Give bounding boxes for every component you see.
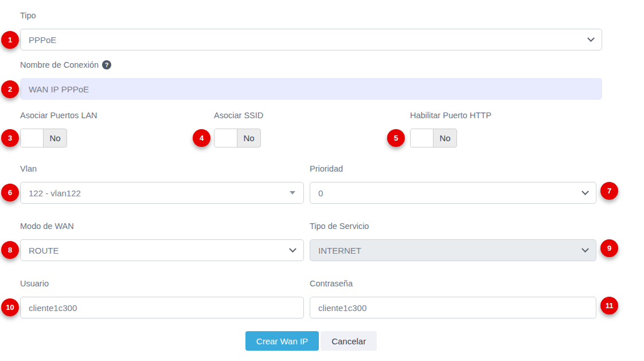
cancelar-button[interactable]: Cancelar [321,331,377,351]
annotation-badge-4: 4 [193,129,210,147]
tipo-select[interactable]: PPPoE [20,29,602,51]
contrasena-input[interactable] [310,297,596,319]
chevron-down-icon [581,245,589,253]
modo-servicio-row: Modo de WAN ROUTE Tipo de Servicio INTER… [20,221,602,261]
toggles-row: Asociar Puertos LAN No Asociar SSID No H… [20,110,602,147]
prioridad-select[interactable]: 0 [310,182,596,204]
asociar-ssid-toggle[interactable]: No [214,129,261,147]
field-contrasena: Contraseña [310,278,596,319]
toggle-knob [214,129,237,147]
chevron-down-icon [581,188,589,195]
wan-create-form-page: Tipo PPPoE Nombre de Conexión ? Asociar … [0,0,644,361]
field-modo-wan: Modo de WAN ROUTE [20,221,304,261]
toggle-off-label: No [434,129,456,147]
nombre-conexion-label: Nombre de Conexión ? [20,60,602,70]
field-prioridad: Prioridad 0 [310,164,596,204]
field-asociar-puertos-lan: Asociar Puertos LAN No [20,110,214,147]
field-tipo-servicio: Tipo de Servicio INTERNET [310,221,596,261]
annotation-badge-5: 5 [387,129,405,147]
field-nombre-conexion: Nombre de Conexión ? [20,60,602,100]
prioridad-selected-value: 0 [318,188,323,198]
field-asociar-ssid: Asociar SSID No [214,110,410,147]
field-habilitar-puerto-http: Habilitar Puerto HTTP No [410,110,602,147]
nombre-conexion-input[interactable] [20,78,602,100]
usuario-input[interactable] [20,297,304,319]
tipo-servicio-label: Tipo de Servicio [310,221,596,231]
form-content: Tipo PPPoE Nombre de Conexión ? Asociar … [20,0,602,351]
question-circle-icon[interactable]: ? [102,60,111,69]
tipo-selected-value: PPPoE [29,35,56,45]
asociar-puertos-lan-label: Asociar Puertos LAN [20,110,214,121]
credentials-row: Usuario Contraseña [20,278,602,319]
annotation-badge-7: 7 [600,182,618,200]
tipo-servicio-select: INTERNET [310,239,596,261]
tipo-label: Tipo [20,10,602,21]
toggle-knob [21,129,44,147]
toggle-knob [411,129,434,147]
contrasena-label: Contraseña [310,278,596,289]
vlan-selected-value: 122 - vlan122 [29,188,81,198]
usuario-label: Usuario [20,278,304,289]
form-actions: Crear Wan IP Cancelar [20,331,602,351]
crear-wan-ip-button[interactable]: Crear Wan IP [245,331,319,351]
annotation-badge-8: 8 [1,241,19,259]
asociar-puertos-lan-toggle[interactable]: No [20,129,67,147]
asociar-ssid-label: Asociar SSID [214,110,410,121]
chevron-down-icon [587,34,595,42]
annotation-badge-10: 10 [1,298,19,316]
vlan-label: Vlan [20,164,304,174]
annotation-badge-9: 9 [600,239,618,257]
tipo-servicio-selected-value: INTERNET [318,246,361,255]
prioridad-label: Prioridad [310,164,596,174]
modo-wan-selected-value: ROUTE [29,246,59,255]
field-usuario: Usuario [20,278,304,319]
annotation-badge-6: 6 [1,184,19,201]
annotation-badge-1: 1 [1,31,19,49]
vlan-select[interactable]: 122 - vlan122 [20,182,304,204]
modo-wan-select[interactable]: ROUTE [20,239,304,261]
field-vlan: Vlan 122 - vlan122 [20,164,304,204]
field-tipo: Tipo PPPoE [20,10,602,51]
caret-down-icon [290,191,295,195]
modo-wan-label: Modo de WAN [20,221,304,231]
annotation-badge-11: 11 [600,297,618,315]
vlan-prioridad-row: Vlan 122 - vlan122 Prioridad 0 [20,164,602,204]
toggle-off-label: No [237,129,260,147]
chevron-down-icon [289,245,296,253]
habilitar-puerto-http-toggle[interactable]: No [410,129,457,147]
annotation-badge-2: 2 [1,80,19,98]
toggle-off-label: No [44,129,67,147]
annotation-badge-3: 3 [1,129,19,147]
habilitar-puerto-http-label: Habilitar Puerto HTTP [410,110,602,121]
